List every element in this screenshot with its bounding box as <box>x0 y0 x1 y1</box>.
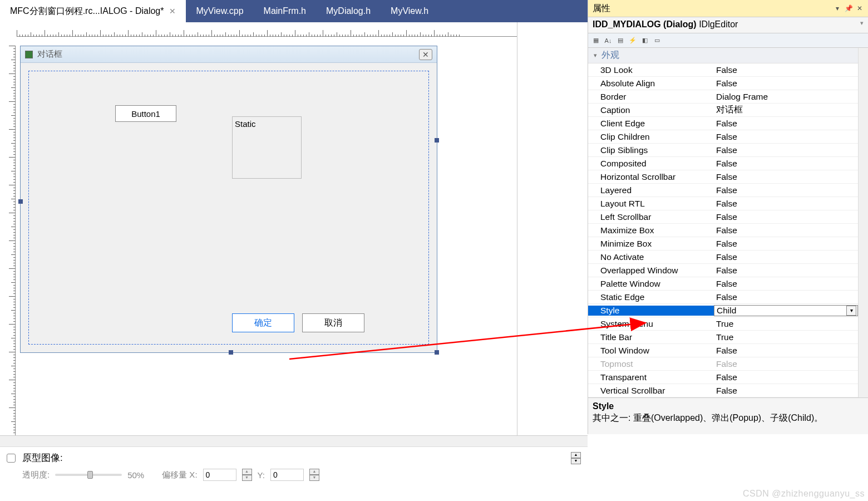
property-row[interactable]: Vertical ScrollbarFalse <box>588 384 858 397</box>
cancel-button[interactable]: 取消 <box>302 313 364 332</box>
property-name: Layered <box>588 185 714 195</box>
property-value[interactable]: False <box>714 145 858 155</box>
property-row[interactable]: Clip ChildrenFalse <box>588 130 858 144</box>
alphabetical-icon[interactable]: A↓ <box>603 35 614 46</box>
property-row[interactable]: Title BarTrue <box>588 331 858 344</box>
object-id: IDD_MYDIALOG (Dialog) <box>593 19 697 29</box>
property-value[interactable]: True <box>714 319 858 329</box>
properties-icon[interactable]: ▤ <box>615 35 626 46</box>
property-value[interactable]: True <box>714 332 858 342</box>
property-value[interactable]: Child▾ <box>714 305 858 316</box>
property-row[interactable]: Absolute AlignFalse <box>588 77 858 90</box>
properties-titlebar[interactable]: 属性 ▾ 📌 ✕ <box>588 0 868 17</box>
property-row[interactable]: System MenuTrue <box>588 317 858 331</box>
categorized-icon[interactable]: ▦ <box>590 35 601 46</box>
property-value[interactable]: False <box>714 346 858 356</box>
tab-label: MyView.cpp <box>196 6 243 16</box>
property-value[interactable]: False <box>714 185 858 195</box>
property-value[interactable]: False <box>714 132 858 142</box>
property-row[interactable]: Layout RTLFalse <box>588 197 858 210</box>
category-appearance[interactable]: ▾外观 <box>588 48 858 63</box>
property-name: Palette Window <box>588 279 714 289</box>
properties-object-header[interactable]: IDD_MYDIALOG (Dialog) IDlgEditor ▾ <box>588 17 868 33</box>
prototype-checkbox[interactable] <box>7 454 16 463</box>
close-icon[interactable]: ✕ <box>169 7 176 16</box>
properties-grid[interactable]: ▾外观3D LookFalseAbsolute AlignFalseBorder… <box>588 48 858 397</box>
property-value[interactable]: False <box>714 372 858 382</box>
property-row[interactable]: TopmostFalse <box>588 357 858 371</box>
property-row[interactable]: TransparentFalse <box>588 371 858 384</box>
chevron-down-icon[interactable]: ▾ <box>834 4 841 12</box>
property-row[interactable]: Clip SiblingsFalse <box>588 144 858 157</box>
property-value[interactable]: False <box>714 78 858 89</box>
messages-icon[interactable]: ◧ <box>639 35 650 46</box>
close-icon[interactable]: ✕ <box>856 4 864 12</box>
property-row[interactable]: LayeredFalse <box>588 184 858 197</box>
pin-icon[interactable]: 📌 <box>845 4 852 12</box>
dialog-frame[interactable]: 对话框 ✕ Button1 Static 确定 取消 <box>20 46 437 353</box>
property-value[interactable]: False <box>714 65 858 75</box>
property-value[interactable]: 对话框 <box>714 104 858 116</box>
tab-myview-cpp[interactable]: MyView.cpp <box>186 0 253 22</box>
property-value[interactable]: False <box>714 119 858 129</box>
property-value[interactable]: False <box>714 279 858 289</box>
ok-button[interactable]: 确定 <box>232 313 294 332</box>
resize-handle[interactable] <box>229 350 233 355</box>
tab-mydialog-h[interactable]: MyDialog.h <box>316 0 381 22</box>
designer-canvas[interactable]: 对话框 ✕ Button1 Static 确定 取消 <box>20 46 511 430</box>
property-value[interactable]: False <box>714 386 858 396</box>
property-value[interactable]: False <box>714 172 858 182</box>
button1-control[interactable]: Button1 <box>115 105 176 122</box>
property-row[interactable]: BorderDialog Frame <box>588 90 858 104</box>
property-row[interactable]: Left ScrollbarFalse <box>588 210 858 224</box>
offset-y-input[interactable] <box>270 469 304 481</box>
tab-myview-h[interactable]: MyView.h <box>381 0 438 22</box>
property-row[interactable]: CompositedFalse <box>588 157 858 170</box>
static-control[interactable]: Static <box>232 116 302 179</box>
overrides-icon[interactable]: ▭ <box>652 35 663 46</box>
chevron-down-icon[interactable]: ▾ <box>860 19 864 27</box>
property-row[interactable]: Minimize BoxFalse <box>588 237 858 250</box>
property-value[interactable]: False <box>714 292 858 302</box>
tab-label: MyDialog.h <box>326 6 371 16</box>
collapse-icon[interactable]: ▾ <box>591 52 599 59</box>
resize-handle[interactable] <box>18 199 23 204</box>
property-row[interactable]: Horizontal ScrollbarFalse <box>588 170 858 184</box>
property-row[interactable]: No ActivateFalse <box>588 250 858 264</box>
property-value[interactable]: False <box>714 252 858 262</box>
property-row[interactable]: StyleChild▾ <box>588 304 858 317</box>
property-row[interactable]: Client EdgeFalse <box>588 117 858 130</box>
property-value[interactable]: False <box>714 199 858 209</box>
offset-x-input[interactable] <box>203 469 236 481</box>
property-value[interactable]: False <box>714 359 858 369</box>
scrollbar-horizontal[interactable] <box>0 436 588 447</box>
spinner[interactable]: ▲▼ <box>309 469 319 481</box>
close-icon[interactable]: ✕ <box>419 49 432 60</box>
property-row[interactable]: 3D LookFalse <box>588 63 858 77</box>
property-value[interactable]: False <box>714 225 858 235</box>
resize-handle[interactable] <box>435 350 439 355</box>
events-icon[interactable]: ⚡ <box>627 35 638 46</box>
property-value[interactable]: False <box>714 239 858 249</box>
opacity-slider[interactable] <box>55 474 122 476</box>
spinner[interactable]: ▲▼ <box>571 452 581 464</box>
resize-handle[interactable] <box>435 138 439 143</box>
property-row[interactable]: Palette WindowFalse <box>588 277 858 291</box>
property-value[interactable]: False <box>714 266 858 276</box>
property-row[interactable]: Overlapped WindowFalse <box>588 264 858 277</box>
tab-dialog-rc[interactable]: MFC分割窗口例程.rc...IALOG - Dialog* ✕ <box>0 0 186 22</box>
property-row[interactable]: Caption对话框 <box>588 104 858 117</box>
dialog-titlebar[interactable]: 对话框 ✕ <box>21 46 437 63</box>
property-row[interactable]: Static EdgeFalse <box>588 291 858 304</box>
property-value[interactable]: False <box>714 159 858 169</box>
slider-thumb[interactable] <box>87 471 93 479</box>
chevron-down-icon[interactable]: ▾ <box>846 306 856 316</box>
property-row[interactable]: Tool WindowFalse <box>588 344 858 357</box>
property-value[interactable]: False <box>714 212 858 222</box>
tab-mainfrm-h[interactable]: MainFrm.h <box>254 0 316 22</box>
scrollbar[interactable] <box>858 48 868 397</box>
spinner[interactable]: ▲▼ <box>242 469 252 481</box>
property-name: Clip Siblings <box>588 145 714 155</box>
property-row[interactable]: Maximize BoxFalse <box>588 224 858 237</box>
property-value[interactable]: Dialog Frame <box>714 92 858 102</box>
